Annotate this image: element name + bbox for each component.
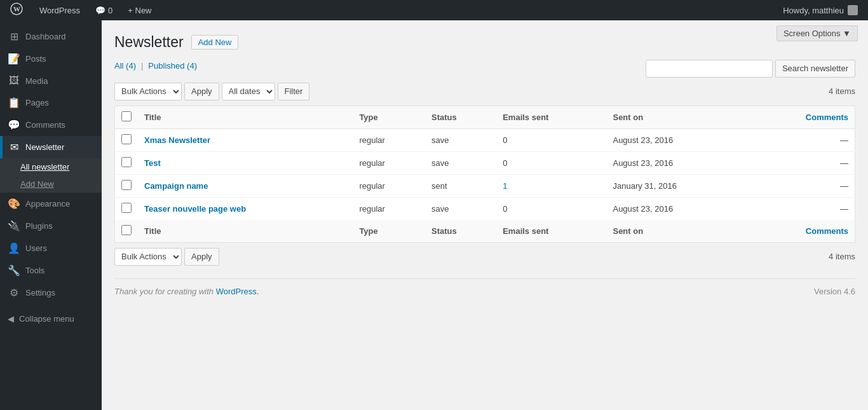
collapse-menu-btn[interactable]: ◀ Collapse menu: [0, 309, 102, 329]
sidebar-item-settings[interactable]: ⚙ Settings: [0, 282, 102, 304]
adminbar-site-name[interactable]: WordPress: [33, 0, 86, 20]
emails-sent-link[interactable]: 1: [503, 181, 507, 191]
submenu-all-newsletter[interactable]: All newsletter: [0, 158, 102, 175]
sidebar-item-tools[interactable]: 🔧 Tools: [0, 259, 102, 282]
row-type: regular: [353, 197, 425, 220]
collapse-icon: ◀: [8, 314, 14, 324]
row-checkbox: [115, 174, 139, 197]
submenu-add-new[interactable]: Add New: [0, 175, 102, 193]
row-checkbox: [115, 151, 139, 174]
comment-icon: 💬: [95, 6, 105, 15]
select-all-checkbox-bottom[interactable]: [121, 225, 132, 235]
row-checkbox: [115, 128, 139, 151]
select-all-checkbox-top[interactable]: [121, 111, 132, 121]
adminbar-comments[interactable]: 💬 0: [89, 0, 119, 20]
bottom-toolbar: Bulk Actions Apply 4 items: [114, 248, 855, 266]
tf-type: Type: [353, 220, 425, 243]
sidebar-item-newsletter[interactable]: ✉ Newsletter: [0, 136, 102, 158]
tf-status: Status: [425, 220, 496, 243]
content-footer: Thank you for creating with WordPress. V…: [114, 278, 855, 296]
table-row: Test regular save 0 August 23, 2016 —: [115, 151, 855, 174]
sidebar-item-comments[interactable]: 💬 Comments: [0, 114, 102, 136]
row-sent-on: January 31, 2016: [606, 174, 750, 197]
content-area: Screen Options ▼ Newsletter Add New All …: [102, 20, 868, 410]
newsletter-table: Title Type Status Emails sent Sent on Co…: [114, 106, 855, 243]
adminbar-howdy: Howdy, matthieu: [778, 5, 863, 15]
row-title: Test: [138, 151, 353, 174]
row-type: regular: [353, 128, 425, 151]
row-select-checkbox[interactable]: [121, 203, 132, 213]
row-emails-sent: 0: [496, 128, 606, 151]
items-count-bottom: 4 items: [829, 252, 855, 261]
bulk-actions-select-bottom[interactable]: Bulk Actions: [114, 248, 182, 266]
wordpress-link[interactable]: WordPress.: [216, 287, 259, 296]
posts-icon: 📝: [8, 53, 20, 65]
tf-emails-sent: Emails sent: [496, 220, 606, 243]
search-newsletter-button[interactable]: Search newsletter: [775, 60, 855, 78]
sidebar-item-plugins[interactable]: 🔌 Plugins: [0, 215, 102, 237]
items-count-top: 4 items: [829, 86, 855, 96]
add-new-button[interactable]: Add New: [191, 35, 239, 50]
apply-button-bottom[interactable]: Apply: [184, 248, 219, 266]
row-comments: —: [750, 197, 855, 220]
search-input[interactable]: [646, 60, 773, 78]
tf-sent-on: Sent on: [606, 220, 750, 243]
sidebar-item-users[interactable]: 👤 Users: [0, 237, 102, 259]
row-status: save: [425, 128, 496, 151]
th-comments: Comments: [750, 106, 855, 128]
footer-thankyou: Thank you for creating with WordPress.: [114, 287, 259, 296]
bulk-actions-select-top[interactable]: Bulk Actions: [114, 83, 182, 100]
filter-all-link[interactable]: All (4): [114, 61, 136, 71]
row-sent-on: August 23, 2016: [606, 197, 750, 220]
row-sent-on: August 23, 2016: [606, 151, 750, 174]
sidebar-item-pages[interactable]: 📋 Pages: [0, 92, 102, 114]
filter-published-link[interactable]: Published (4): [148, 61, 197, 71]
table-row: Xmas Newsletter regular save 0 August 23…: [115, 128, 855, 151]
row-comments: —: [750, 151, 855, 174]
row-emails-sent: 1: [496, 174, 606, 197]
row-title-link[interactable]: Campaign name: [144, 181, 208, 191]
footer-version: Version 4.6: [814, 287, 855, 296]
th-type: Type: [353, 106, 425, 128]
row-comments: —: [750, 174, 855, 197]
sidebar-item-media[interactable]: 🖼 Media: [0, 70, 102, 92]
th-status: Status: [425, 106, 496, 128]
sidebar-item-appearance[interactable]: 🎨 Appearance: [0, 193, 102, 215]
newsletter-icon: ✉: [8, 141, 20, 153]
sidebar-item-dashboard[interactable]: ⊞ Dashboard: [0, 25, 102, 48]
tf-comments-link[interactable]: Comments: [806, 226, 848, 236]
filter-button[interactable]: Filter: [278, 83, 310, 100]
table-row: Teaser nouvelle page web regular save 0 …: [115, 197, 855, 220]
row-type: regular: [353, 174, 425, 197]
sidebar-item-posts[interactable]: 📝 Posts: [0, 48, 102, 70]
tf-comments: Comments: [750, 220, 855, 243]
screen-options-button[interactable]: Screen Options ▼: [776, 25, 858, 41]
admin-bar: W WordPress 💬 0 + New Howdy, matthieu: [0, 0, 868, 20]
wp-logo[interactable]: W: [5, 3, 28, 18]
dates-select[interactable]: All dates: [222, 83, 275, 100]
th-sent-on: Sent on: [606, 106, 750, 128]
th-title: Title: [138, 106, 353, 128]
page-title: Newsletter: [114, 33, 184, 52]
row-title-link[interactable]: Teaser nouvelle page web: [144, 204, 246, 214]
apply-button-top[interactable]: Apply: [184, 83, 219, 100]
row-status: sent: [425, 174, 496, 197]
tf-checkbox: [115, 220, 139, 243]
users-icon: 👤: [8, 242, 20, 254]
row-emails-sent: 0: [496, 151, 606, 174]
row-select-checkbox[interactable]: [121, 157, 132, 167]
comments-icon: 💬: [8, 119, 20, 131]
tf-title: Title: [138, 220, 353, 243]
svg-text:W: W: [13, 5, 20, 13]
row-select-checkbox[interactable]: [121, 134, 132, 144]
th-comments-link[interactable]: Comments: [806, 113, 848, 122]
row-sent-on: August 23, 2016: [606, 128, 750, 151]
adminbar-new[interactable]: + New: [121, 0, 158, 20]
filter-bar: All (4) | Published (4): [114, 61, 197, 71]
newsletter-submenu: All newsletter Add New: [0, 158, 102, 193]
row-comments: —: [750, 128, 855, 151]
row-type: regular: [353, 151, 425, 174]
row-title-link[interactable]: Test: [144, 158, 161, 168]
row-select-checkbox[interactable]: [121, 180, 132, 190]
row-title-link[interactable]: Xmas Newsletter: [144, 135, 210, 145]
